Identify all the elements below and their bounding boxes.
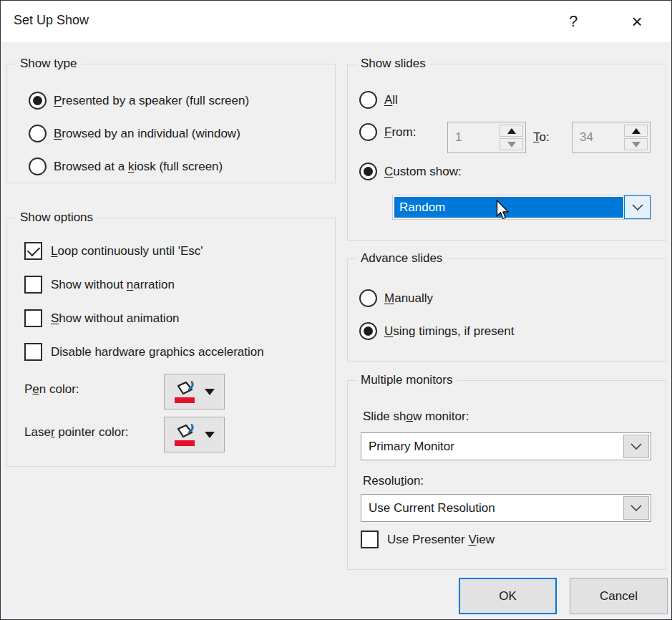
checkbox-indicator [24, 242, 42, 260]
spinner-buttons [500, 125, 523, 150]
radio-browsed-at-kiosk[interactable]: Browsed at a kiosk (full screen) [29, 157, 223, 176]
radio-label: Manually [384, 291, 433, 306]
slide-show-monitor-combobox[interactable]: Primary Monitor [361, 432, 651, 460]
triangle-down-icon [507, 142, 516, 147]
slide-show-monitor-label: Slide show monitor: [363, 410, 469, 424]
custom-show-selected-value: Random [394, 197, 623, 218]
checkbox-indicator [361, 531, 379, 548]
radio-browsed-by-individual[interactable]: Browsed by an individual (window) [29, 124, 240, 143]
radio-presented-by-speaker[interactable]: Presented by a speaker (full screen) [29, 91, 249, 110]
resolution-combobox[interactable]: Use Current Resolution [361, 494, 651, 522]
triangle-up-icon [507, 128, 516, 134]
checkbox-label: Disable hardware graphics acceleration [51, 345, 264, 359]
monitor-dropdown-button[interactable] [623, 435, 649, 458]
group-show-options-legend: Show options [16, 210, 97, 225]
spin-down-button[interactable] [500, 138, 523, 150]
radio-label: Browsed by an individual (window) [54, 127, 240, 141]
checkbox-use-presenter-view[interactable]: Use Presenter View [361, 530, 495, 549]
radio-label: Using timings, if present [384, 324, 514, 339]
radio-indicator [29, 125, 47, 142]
help-button[interactable]: ? [560, 9, 587, 34]
dialog-title: Set Up Show [14, 13, 89, 28]
checkbox-indicator [24, 276, 42, 294]
checkbox-show-without-narration[interactable]: Show without narration [24, 275, 175, 294]
group-advance-slides: Advance slides Manually Using timings, i… [347, 258, 666, 362]
triangle-up-icon [632, 128, 641, 134]
chevron-down-icon [630, 505, 642, 511]
radio-indicator [359, 123, 377, 141]
spin-down-button[interactable] [624, 138, 648, 150]
spin-up-button[interactable] [624, 125, 648, 137]
radio-label: Custom show: [384, 165, 462, 179]
dropdown-arrow-icon [205, 389, 215, 395]
checkbox-disable-hardware-acceleration[interactable]: Disable hardware graphics acceleration [24, 342, 264, 362]
group-show-slides: Show slides All From: 1 To: 34 [347, 64, 666, 241]
radio-label: All [384, 93, 398, 107]
pen-color-label: Pen color: [24, 382, 79, 397]
from-slide-spinner[interactable]: 1 [447, 122, 526, 153]
spin-up-button[interactable] [500, 125, 523, 137]
cancel-button[interactable]: Cancel [570, 578, 668, 614]
custom-show-combobox[interactable]: Random [392, 195, 651, 220]
resolution-value: Use Current Resolution [369, 501, 495, 515]
radio-indicator [359, 289, 377, 307]
radio-custom-show[interactable]: Custom show: [359, 162, 462, 181]
group-multiple-monitors-legend: Multiple monitors [356, 373, 457, 387]
question-mark-icon: ? [569, 12, 578, 31]
group-show-options: Show options Loop continuously until 'Es… [6, 218, 336, 467]
checkbox-loop-continuously[interactable]: Loop continuously until 'Esc' [24, 241, 203, 261]
checkbox-indicator [24, 343, 42, 361]
paint-bucket-icon [172, 423, 198, 447]
chevron-down-icon [632, 204, 643, 210]
radio-label: Browsed at a kiosk (full screen) [54, 160, 223, 174]
checkbox-label: Loop continuously until 'Esc' [51, 244, 203, 258]
custom-show-dropdown-button[interactable] [624, 195, 651, 219]
spinner-buttons [624, 125, 648, 150]
to-slide-spinner[interactable]: 34 [572, 122, 651, 153]
radio-from-slides[interactable]: From: [359, 122, 416, 142]
group-show-slides-legend: Show slides [356, 57, 430, 71]
radio-label: Presented by a speaker (full screen) [54, 94, 249, 108]
group-advance-slides-legend: Advance slides [356, 251, 447, 266]
resolution-dropdown-button[interactable] [623, 496, 649, 520]
group-multiple-monitors: Multiple monitors Slide show monitor: Pr… [347, 380, 666, 570]
group-show-type-legend: Show type [16, 57, 81, 71]
group-show-type: Show type Presented by a speaker (full s… [6, 64, 336, 183]
radio-label: From: [384, 125, 416, 140]
close-icon: × [631, 11, 642, 33]
title-bar: Set Up Show ? × [1, 1, 671, 42]
radio-all-slides[interactable]: All [359, 90, 398, 110]
radio-indicator [359, 322, 377, 340]
radio-indicator [359, 91, 377, 109]
slide-show-monitor-value: Primary Monitor [369, 440, 454, 454]
close-button[interactable]: × [623, 9, 651, 34]
radio-using-timings[interactable]: Using timings, if present [359, 321, 514, 341]
laser-pointer-color-label: Laser pointer color: [24, 425, 129, 440]
chevron-down-icon [630, 443, 642, 450]
checkbox-show-without-animation[interactable]: Show without animation [24, 309, 180, 328]
radio-manually[interactable]: Manually [359, 289, 433, 308]
pen-color-button[interactable] [164, 374, 225, 410]
to-slide-value: 34 [580, 130, 593, 145]
to-label: To: [533, 130, 550, 145]
resolution-label: Resolution: [363, 474, 424, 488]
triangle-down-icon [632, 142, 641, 147]
radio-indicator [29, 92, 47, 110]
checkbox-indicator [24, 309, 42, 327]
radio-indicator [359, 163, 377, 180]
checkbox-label: Show without narration [51, 278, 175, 292]
radio-indicator [29, 158, 47, 175]
paint-bucket-icon [172, 380, 198, 404]
ok-button[interactable]: OK [459, 578, 557, 614]
setup-show-dialog: Set Up Show ? × Show type Presented by a… [0, 0, 672, 620]
dropdown-arrow-icon [205, 432, 215, 438]
checkbox-label: Use Presenter View [387, 533, 495, 547]
laser-pointer-color-button[interactable] [164, 417, 225, 452]
from-slide-value: 1 [455, 130, 462, 145]
checkbox-label: Show without animation [51, 311, 180, 326]
